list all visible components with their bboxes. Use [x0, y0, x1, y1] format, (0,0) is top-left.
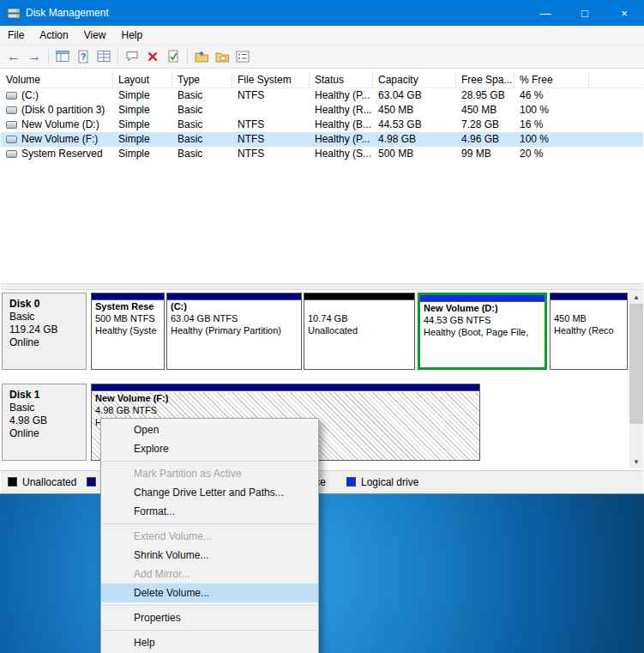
- show-table-icon[interactable]: [93, 47, 114, 66]
- table-row-c[interactable]: (C:) Simple Basic NTFS Healthy (P... 63.…: [1, 88, 643, 103]
- cell-volume: New Volume (F:): [1, 132, 113, 147]
- partition-title: New Volume (D:): [420, 302, 545, 314]
- scroll-up-icon[interactable]: ▲: [629, 290, 643, 304]
- menu-item-open[interactable]: Open: [101, 420, 318, 439]
- minimize-button[interactable]: —: [526, 0, 565, 26]
- menu-item-change-drive-letter[interactable]: Change Drive Letter and Paths...: [101, 483, 318, 502]
- partition-status: Unallocated: [304, 324, 414, 336]
- menu-bar: File Action View Help: [0, 26, 644, 45]
- toolbar-separator: [48, 49, 49, 64]
- partition-unallocated[interactable]: 10.74 GB Unallocated: [304, 293, 415, 370]
- desktop[interactable]: { "window": { "title": "Disk Management"…: [0, 0, 644, 653]
- cell-volume: (Disk 0 partition 3): [1, 103, 113, 118]
- table-row-system-reserved[interactable]: System Reserved Simple Basic NTFS Health…: [1, 147, 643, 161]
- disk1-info-panel[interactable]: Disk 1 Basic 4.98 GB Online: [2, 384, 87, 461]
- cell-layout: Simple: [113, 132, 172, 147]
- partition-system-reserved[interactable]: System Rese 500 MB NTFS Healthy (Syste: [91, 293, 165, 370]
- menu-separator: [103, 630, 316, 631]
- mark-active-icon[interactable]: [163, 47, 184, 66]
- menu-item-properties[interactable]: Properties: [101, 608, 318, 627]
- action-pane-icon[interactable]: [122, 47, 142, 66]
- menu-view[interactable]: View: [76, 27, 114, 44]
- partition-title: (C:): [167, 300, 301, 312]
- maximize-button[interactable]: □: [565, 0, 605, 26]
- disk-name: Disk 0: [9, 298, 79, 311]
- column-header-type[interactable]: Type: [172, 72, 232, 88]
- partition-c[interactable]: (C:) 63.04 GB NTFS Healthy (Primary Part…: [166, 293, 302, 370]
- toolbar-separator: [117, 49, 118, 64]
- partition-color-bar: [92, 384, 479, 391]
- back-icon[interactable]: ←: [3, 47, 24, 66]
- help-icon[interactable]: ?: [73, 47, 93, 66]
- cell-file-system: NTFS: [232, 147, 310, 161]
- volume-icon: [6, 150, 17, 158]
- disk-size: 119.24 GB: [9, 323, 79, 336]
- cell-free-space: 7.28 GB: [456, 118, 515, 132]
- partition-color-bar: [551, 293, 627, 300]
- disk0-info-panel[interactable]: Disk 0 Basic 119.24 GB Online: [2, 293, 87, 370]
- window-title: Disk Management: [26, 7, 109, 19]
- volume-icon: [6, 92, 17, 100]
- legend-logical-drive: Logical drive: [346, 471, 418, 493]
- cell-pct-free: 100 %: [515, 103, 589, 118]
- console-tree-icon[interactable]: [52, 47, 73, 66]
- column-header-pct-free[interactable]: % Free: [515, 72, 589, 88]
- volume-list: Volume Layout Type File System Status Ca…: [1, 72, 643, 283]
- menu-file[interactable]: File: [0, 27, 32, 44]
- cell-type: Basic: [172, 88, 232, 103]
- cell-volume: (C:): [1, 88, 113, 103]
- partition-new-volume-d-selected[interactable]: New Volume (D:) 44.53 GB NTFS Healthy (B…: [418, 293, 547, 370]
- scrollbar-thumb[interactable]: [629, 304, 643, 424]
- menu-item-shrink-volume[interactable]: Shrink Volume...: [101, 546, 318, 565]
- cell-pct-free: 16 %: [515, 118, 589, 132]
- partition-color-bar: [304, 293, 414, 300]
- menu-item-format[interactable]: Format...: [101, 502, 318, 521]
- open-folder-icon[interactable]: [191, 47, 212, 66]
- menu-item-help[interactable]: Help: [101, 633, 318, 652]
- logical-drive-swatch: [346, 477, 356, 487]
- column-header-volume[interactable]: Volume: [1, 72, 113, 88]
- table-row-disk0-partition3[interactable]: (Disk 0 partition 3) Simple Basic Health…: [1, 103, 643, 118]
- delete-volume-icon[interactable]: [142, 47, 163, 66]
- column-header-capacity[interactable]: Capacity: [373, 72, 456, 88]
- cell-free-space: 99 MB: [456, 147, 515, 161]
- close-button[interactable]: ×: [605, 0, 644, 26]
- partition-status: Healthy (Boot, Page File,: [420, 326, 545, 338]
- menu-item-delete-volume[interactable]: Delete Volume...: [101, 583, 318, 602]
- menu-help[interactable]: Help: [114, 27, 151, 44]
- disk-kind: Basic: [9, 402, 79, 414]
- context-menu: Open Explore Mark Partition as Active Ch…: [100, 418, 319, 653]
- partition-color-bar: [167, 293, 301, 300]
- pane-splitter[interactable]: [1, 283, 643, 290]
- cell-pct-free: 46 %: [515, 88, 589, 103]
- menu-item-extend-volume: Extend Volume...: [101, 527, 318, 546]
- partition-title: New Volume (F:): [92, 392, 479, 404]
- legend-unallocated: Unallocated: [8, 471, 76, 493]
- toolbar: ← → ?: [0, 45, 644, 69]
- partition-recovery[interactable]: 450 MB Healthy (Reco: [550, 293, 628, 370]
- menu-item-explore[interactable]: Explore: [101, 439, 318, 458]
- forward-icon[interactable]: →: [24, 47, 45, 66]
- column-header-file-system[interactable]: File System: [232, 72, 310, 88]
- volume-list-header: Volume Layout Type File System Status Ca…: [1, 72, 643, 88]
- partition-title: System Rese: [92, 300, 164, 312]
- volume-icon: [6, 121, 17, 129]
- checklist-icon[interactable]: [232, 47, 253, 66]
- column-header-layout[interactable]: Layout: [113, 72, 172, 88]
- menu-action[interactable]: Action: [32, 27, 75, 44]
- title-bar: Disk Management — □ ×: [0, 0, 644, 26]
- partition-status: Healthy (Primary Partition): [167, 324, 301, 336]
- cell-free-space: 450 MB: [456, 103, 515, 118]
- graph-scrollbar[interactable]: ▲ ▼: [629, 290, 643, 469]
- table-row-new-volume-f-selected[interactable]: New Volume (F:) Simple Basic NTFS Health…: [1, 132, 643, 147]
- cell-volume: New Volume (D:): [1, 118, 113, 132]
- column-header-free-space[interactable]: Free Spa...: [456, 72, 515, 88]
- cell-type: Basic: [172, 147, 232, 161]
- table-row-new-volume-d[interactable]: New Volume (D:) Simple Basic NTFS Health…: [1, 118, 643, 132]
- column-header-status[interactable]: Status: [310, 72, 373, 88]
- explore-folder-icon[interactable]: [212, 47, 232, 66]
- partition-status: Healthy (Syste: [92, 324, 164, 336]
- disk-status: Online: [9, 336, 79, 349]
- scroll-down-icon[interactable]: ▼: [629, 455, 643, 469]
- partition-status: Healthy (Reco: [551, 324, 627, 336]
